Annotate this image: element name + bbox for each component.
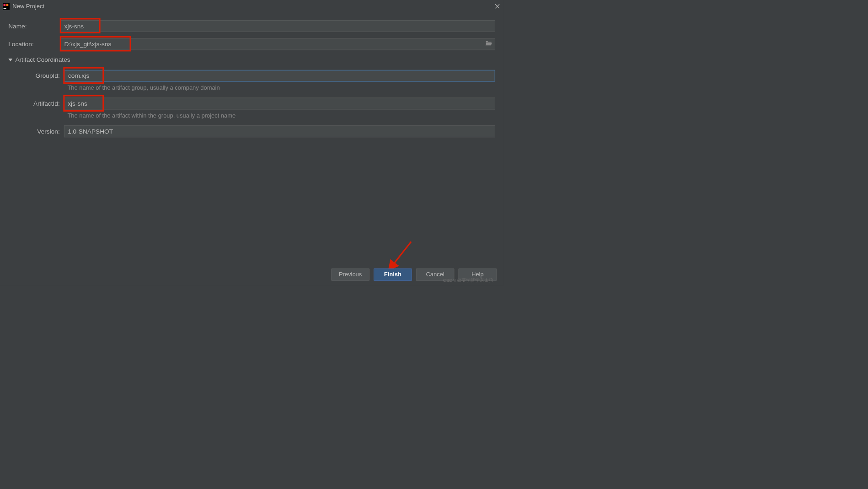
- artifact-coordinates-toggle[interactable]: Artifact Coordinates: [8, 56, 495, 64]
- groupid-label: GroupId:: [12, 72, 64, 80]
- artifactid-value: xjs-sns: [68, 100, 87, 107]
- artifactid-label: ArtifactId:: [12, 100, 64, 107]
- watermark: CSDN @要学就学灰太狼: [443, 277, 493, 284]
- svg-line-7: [389, 242, 411, 269]
- name-input[interactable]: xjs-sns: [60, 20, 495, 32]
- svg-rect-2: [6, 4, 9, 6]
- location-value: D:\xjs_git\xjs-sns: [64, 41, 112, 48]
- svg-marker-6: [8, 59, 12, 61]
- version-value: 1.0-SNAPSHOT: [68, 128, 113, 135]
- name-label: Name:: [8, 22, 60, 30]
- section-title: Artifact Coordinates: [15, 56, 70, 64]
- location-label: Location:: [8, 41, 60, 48]
- name-value: xjs-sns: [64, 22, 84, 30]
- intellij-icon: [3, 3, 10, 10]
- titlebar: New Project: [0, 0, 504, 13]
- groupid-row: GroupId: com.xjs: [12, 70, 495, 82]
- content-area: Name: xjs-sns Location: D:\xjs_git\xjs-s…: [0, 13, 504, 137]
- version-label: Version:: [12, 128, 64, 135]
- previous-button[interactable]: Previous: [331, 269, 370, 281]
- location-input[interactable]: D:\xjs_git\xjs-sns: [60, 38, 495, 50]
- window-title: New Project: [12, 3, 44, 10]
- version-row: Version: 1.0-SNAPSHOT: [12, 125, 495, 137]
- artifact-coordinates-section: GroupId: com.xjs The name of the artifac…: [8, 70, 495, 137]
- folder-open-icon[interactable]: [485, 41, 492, 48]
- groupid-value: com.xjs: [68, 72, 89, 80]
- artifactid-hint: The name of the artifact within the grou…: [67, 112, 495, 119]
- artifactid-row: ArtifactId: xjs-sns: [12, 98, 495, 110]
- location-row: Location: D:\xjs_git\xjs-sns: [8, 38, 495, 50]
- groupid-hint: The name of the artifact group, usually …: [67, 85, 495, 91]
- finish-button[interactable]: Finish: [374, 269, 412, 281]
- groupid-input[interactable]: com.xjs: [64, 70, 495, 82]
- name-row: Name: xjs-sns: [8, 20, 495, 32]
- close-button[interactable]: [493, 2, 501, 11]
- new-project-dialog: New Project Name: xjs-sns Location: D:\x…: [0, 0, 504, 286]
- svg-rect-3: [4, 8, 6, 9]
- artifactid-input[interactable]: xjs-sns: [64, 98, 495, 110]
- svg-rect-1: [4, 4, 6, 6]
- version-input[interactable]: 1.0-SNAPSHOT: [64, 125, 495, 137]
- chevron-down-icon: [8, 56, 12, 64]
